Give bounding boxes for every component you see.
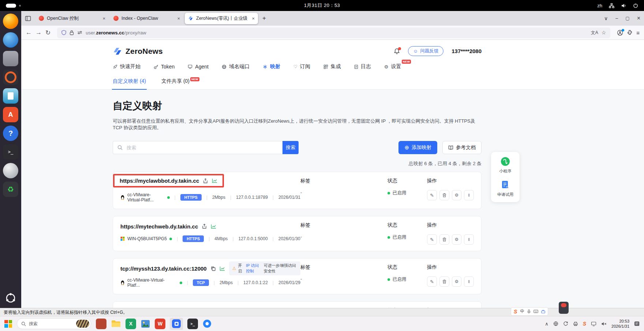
delete-button[interactable] bbox=[439, 234, 449, 245]
mic-icon[interactable] bbox=[527, 309, 531, 314]
zeronews-logo[interactable]: ZeroNews bbox=[113, 47, 163, 56]
browser-tab[interactable]: OpenClaw 控制 × bbox=[35, 13, 109, 24]
edit-button[interactable]: ✎ bbox=[427, 276, 437, 287]
tab-manager-icon[interactable] bbox=[25, 15, 31, 22]
search-input[interactable] bbox=[126, 145, 278, 151]
search-highlight-image[interactable] bbox=[76, 320, 89, 328]
ime-mode-chinese[interactable]: 中 bbox=[520, 308, 524, 315]
libreoffice-dock-icon[interactable] bbox=[3, 88, 18, 104]
shield-icon[interactable] bbox=[61, 30, 66, 35]
nav-token[interactable]: Token bbox=[154, 63, 175, 70]
lock-icon[interactable] bbox=[70, 30, 74, 35]
trial-entry[interactable]: 申请试用 bbox=[497, 180, 513, 197]
taskbar-app-store[interactable] bbox=[96, 319, 106, 329]
traffic-chart-icon[interactable] bbox=[212, 178, 217, 183]
forward-icon[interactable]: → bbox=[35, 29, 42, 36]
delete-button[interactable] bbox=[439, 276, 449, 287]
notifications-bell-icon[interactable] bbox=[394, 48, 400, 55]
miniprogram-entry[interactable]: 小程序 bbox=[499, 157, 512, 174]
firefox-dock-icon[interactable] bbox=[3, 14, 18, 29]
nav-mappings[interactable]: 映射 bbox=[263, 63, 280, 70]
browser-tab[interactable]: Index - OpenClaw × bbox=[110, 13, 183, 24]
account-phone[interactable]: 137****2080 bbox=[452, 48, 482, 54]
reload-icon[interactable]: ↻ bbox=[45, 29, 50, 37]
nav-agent[interactable]: Agent bbox=[188, 63, 209, 70]
share-icon[interactable] bbox=[203, 178, 208, 183]
taskbar-app-wps[interactable]: W bbox=[155, 319, 165, 329]
taskbar-search[interactable]: 搜索 bbox=[17, 318, 91, 329]
add-mapping-button[interactable]: ⊕ 添加映射 bbox=[398, 141, 437, 154]
ip-acl-link[interactable]: IP 访问控制 bbox=[246, 263, 262, 274]
notification-center-icon[interactable] bbox=[634, 321, 640, 326]
browser-tab-active[interactable]: ZeroNews(零讯)丨企业级 × bbox=[185, 13, 258, 24]
tray-sogou-icon[interactable]: S bbox=[583, 321, 586, 327]
mapping-url[interactable]: https://myclawbbot.dy.takin.cc bbox=[120, 178, 199, 184]
taskbar-app-terminal[interactable]: >_ bbox=[187, 319, 198, 329]
url-bar[interactable]: user.zeronews.cc/proxy/raw 文A ☆ bbox=[57, 27, 610, 38]
mapping-url[interactable]: https://mytechweb.dy.takin.cc bbox=[120, 223, 198, 230]
account-icon[interactable] bbox=[617, 30, 623, 36]
search-button[interactable]: 搜索 bbox=[282, 141, 299, 154]
taskbar-app-folder[interactable] bbox=[111, 319, 121, 328]
files-dock-icon[interactable] bbox=[3, 51, 18, 66]
tray-cast-icon[interactable] bbox=[591, 321, 596, 326]
feedback-button[interactable]: ☺ 问题反馈 bbox=[408, 46, 443, 56]
workspace-indicator[interactable] bbox=[6, 4, 21, 8]
pause-button[interactable]: ‖ bbox=[464, 190, 474, 200]
copy-icon[interactable] bbox=[211, 266, 216, 271]
tab-close-icon[interactable]: × bbox=[102, 16, 105, 21]
trash-dock-icon[interactable]: ♻ bbox=[3, 182, 18, 197]
docs-button[interactable]: 参考文档 bbox=[442, 141, 482, 154]
translate-icon[interactable]: 文A bbox=[591, 30, 598, 36]
delete-button[interactable] bbox=[439, 190, 449, 200]
edit-button[interactable]: ✎ bbox=[427, 190, 437, 200]
menu-icon[interactable]: ≡ bbox=[636, 30, 640, 36]
tray-printer-icon[interactable] bbox=[573, 321, 578, 326]
share-icon[interactable] bbox=[202, 224, 207, 229]
minimize-icon[interactable]: − bbox=[615, 15, 618, 21]
edit-button[interactable]: ✎ bbox=[427, 234, 437, 245]
show-applications-icon[interactable] bbox=[3, 290, 18, 306]
nav-integrations[interactable]: 集成 bbox=[323, 63, 341, 70]
taskbar-app-excel[interactable]: X bbox=[126, 319, 136, 329]
tray-network-icon[interactable] bbox=[553, 321, 558, 326]
sogou-ime-bar[interactable]: S 中 bbox=[511, 307, 548, 316]
start-button[interactable] bbox=[4, 320, 12, 328]
keyboard-icon[interactable] bbox=[533, 310, 538, 313]
toolbox-icon[interactable] bbox=[541, 310, 545, 313]
help-dock-icon[interactable]: ? bbox=[3, 126, 18, 141]
sogou-assistant-widget[interactable] bbox=[559, 302, 569, 314]
tray-volume-muted-icon[interactable] bbox=[601, 321, 607, 326]
nav-logs[interactable]: 日志 bbox=[354, 63, 371, 70]
close-window-icon[interactable]: × bbox=[637, 15, 640, 22]
nav-subscription[interactable]: ♡ 订阅 bbox=[293, 63, 310, 70]
list-tabs-icon[interactable]: ∨ bbox=[604, 15, 608, 21]
tray-chevron-up-icon[interactable]: ∧ bbox=[545, 321, 548, 327]
taskbar-app-photos[interactable] bbox=[141, 319, 150, 329]
terminal-dock-icon[interactable]: >_ bbox=[3, 144, 18, 160]
app-store-dock-icon[interactable]: A bbox=[3, 107, 18, 122]
tab-custom-mappings[interactable]: 自定义映射 (4) bbox=[113, 75, 146, 89]
extensions-icon[interactable] bbox=[627, 30, 633, 36]
power-icon[interactable] bbox=[633, 3, 638, 8]
nav-quickstart[interactable]: 快速开始 bbox=[113, 63, 141, 70]
tray-sync-icon[interactable] bbox=[563, 321, 568, 326]
pause-button[interactable]: ‖ bbox=[464, 276, 474, 287]
settings-button[interactable]: ⚙ bbox=[452, 276, 462, 287]
maximize-icon[interactable]: ▢ bbox=[625, 16, 629, 21]
new-tab-icon[interactable]: + bbox=[262, 15, 266, 22]
nav-domains[interactable]: 域名端口 bbox=[222, 63, 250, 70]
sogou-logo-icon[interactable]: S bbox=[514, 309, 517, 315]
tab-file-sharing[interactable]: 文件共享 (0)NEW bbox=[161, 75, 199, 89]
tab-close-icon[interactable]: × bbox=[252, 16, 255, 21]
system-clock[interactable]: 1月31日 20：53 bbox=[304, 2, 340, 9]
taskbar-app-active[interactable] bbox=[170, 318, 183, 330]
prism-dock-icon[interactable] bbox=[3, 163, 18, 178]
settings-button[interactable]: ⚙ bbox=[452, 190, 462, 200]
volume-icon[interactable] bbox=[621, 3, 626, 8]
ip-acl-hint[interactable]: ⚠ 开启 IP 访问控制 可进一步增强访问安全性 bbox=[229, 261, 300, 275]
traffic-chart-icon[interactable] bbox=[220, 266, 225, 271]
traffic-chart-icon[interactable] bbox=[211, 224, 216, 229]
permissions-icon[interactable] bbox=[77, 30, 82, 35]
pause-button[interactable]: ‖ bbox=[464, 234, 474, 245]
